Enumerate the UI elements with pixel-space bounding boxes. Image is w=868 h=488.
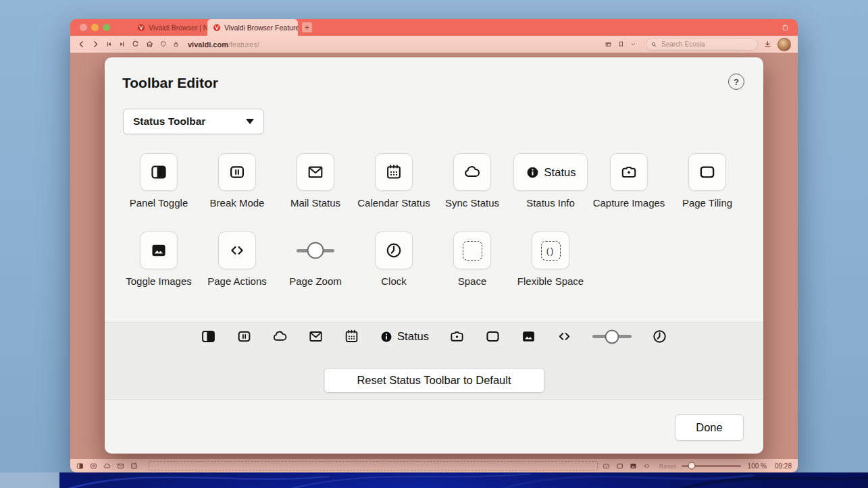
page-content-dimmed: Toolbar Editor ? Status Toolbar Panel To… [70, 53, 798, 459]
vivaldi-favicon-icon [213, 24, 221, 32]
camera-icon[interactable] [449, 329, 465, 344]
toolbar-preview-row: Status [105, 329, 763, 344]
forward-button[interactable] [91, 40, 100, 49]
status-label: Status [397, 330, 429, 343]
camera-icon[interactable] [603, 462, 610, 470]
panel-toggle-icon[interactable] [201, 329, 216, 344]
reset-toolbar-button[interactable]: Reset Status Toolbar to Default [324, 368, 544, 393]
item-panel-toggle[interactable]: Panel Toggle [120, 153, 198, 210]
item-label: Calendar Status [357, 197, 430, 210]
image-icon[interactable] [521, 329, 536, 344]
item-page-zoom[interactable]: Page Zoom [276, 232, 355, 288]
zoom-level-value[interactable]: 100 % [748, 462, 767, 470]
page-zoom-slider[interactable] [682, 461, 741, 470]
done-button[interactable]: Done [675, 414, 744, 441]
item-label: Mail Status [290, 197, 340, 210]
rewind-button[interactable] [105, 40, 113, 48]
reading-list-icon[interactable] [605, 40, 612, 48]
zoom-reset-label[interactable]: Reset [659, 462, 676, 470]
flexible-space-icon: () [541, 241, 561, 261]
item-label: Flexible Space [517, 275, 584, 288]
status-badge-text: Status [544, 166, 576, 179]
tab-title: Vivaldi Browser | Now wit [149, 24, 207, 32]
item-label: Page Tiling [682, 197, 732, 210]
item-label: Space [458, 275, 487, 288]
profile-avatar[interactable] [777, 38, 791, 51]
code-icon[interactable] [557, 329, 572, 344]
calendar-icon[interactable] [130, 462, 138, 470]
mail-icon [307, 163, 324, 181]
break-mode-icon[interactable] [90, 462, 97, 470]
break-mode-icon [228, 163, 246, 181]
item-clock[interactable]: Clock [355, 232, 433, 288]
lock-icon[interactable] [172, 40, 180, 48]
back-button[interactable] [77, 40, 86, 49]
item-capture-images[interactable]: Capture Images [590, 153, 668, 210]
maximize-window-button[interactable] [103, 24, 110, 31]
help-button[interactable]: ? [728, 74, 744, 90]
item-label: Toggle Images [126, 275, 192, 288]
minimize-window-button[interactable] [91, 24, 99, 31]
item-label: Clock [381, 275, 407, 288]
zoom-slider-icon[interactable] [592, 329, 632, 344]
panel-toggle-icon[interactable] [76, 462, 84, 470]
clock-time[interactable]: 09:28 [775, 462, 792, 470]
url-domain: vivaldi.com [188, 40, 228, 49]
item-toggle-images[interactable]: Toggle Images [120, 232, 198, 288]
status-bar: Reset 100 % 09:28 [70, 459, 798, 472]
item-break-mode[interactable]: Break Mode [198, 153, 276, 210]
item-page-tiling[interactable]: Page Tiling [668, 153, 746, 210]
clock-icon[interactable] [652, 329, 667, 344]
plus-icon [304, 24, 310, 30]
address-bar: vivaldi.com /features/ [70, 36, 798, 53]
mail-icon[interactable] [117, 462, 124, 470]
info-icon [380, 330, 393, 344]
page-tiling-icon[interactable] [485, 329, 501, 344]
item-label: Panel Toggle [130, 197, 188, 210]
cloud-sync-icon[interactable] [272, 329, 288, 344]
status-info-widget[interactable]: Status [380, 330, 429, 344]
calendar-icon[interactable] [344, 329, 359, 344]
bookmark-icon[interactable] [617, 40, 625, 48]
item-label: Page Zoom [289, 275, 342, 288]
item-label: Sync Status [445, 197, 499, 210]
desktop-wallpaper [0, 472, 868, 488]
search-field[interactable] [646, 38, 758, 51]
fast-forward-button[interactable] [118, 40, 126, 48]
toolbar-select-dropdown[interactable]: Status Toolbar [123, 109, 264, 134]
window-controls [80, 24, 110, 31]
item-label: Status Info [526, 197, 575, 210]
dropdown-caret-icon [246, 119, 254, 124]
item-mail-status[interactable]: Mail Status [276, 153, 355, 210]
break-mode-icon[interactable] [236, 329, 252, 344]
tab-vivaldi-browser[interactable]: Vivaldi Browser | Now wit [132, 19, 207, 36]
item-sync-status[interactable]: Sync Status [433, 153, 511, 210]
cloud-sync-icon[interactable] [103, 462, 111, 470]
chevron-down-icon[interactable] [630, 41, 636, 47]
item-calendar-status[interactable]: Calendar Status [355, 153, 433, 210]
search-input[interactable] [660, 40, 752, 49]
item-status-info[interactable]: Status Status Info [511, 153, 590, 210]
image-icon [150, 242, 168, 259]
close-window-button[interactable] [80, 24, 87, 31]
toolbar-editor-dialog: Toolbar Editor ? Status Toolbar Panel To… [105, 57, 763, 454]
url-field[interactable]: vivaldi.com /features/ [188, 40, 259, 49]
page-tiling-icon[interactable] [616, 462, 623, 470]
reload-button[interactable] [131, 40, 140, 49]
code-icon[interactable] [643, 462, 650, 470]
item-space[interactable]: Space [433, 232, 511, 288]
page-tiling-icon [698, 163, 716, 181]
new-tab-button[interactable] [302, 22, 312, 32]
mail-icon[interactable] [308, 329, 324, 344]
wallpaper-bloom [59, 472, 868, 488]
image-icon[interactable] [630, 462, 637, 470]
shield-icon[interactable] [159, 40, 167, 48]
tab-title: Vivaldi Browser Features | [224, 24, 298, 32]
item-flexible-space[interactable]: () Flexible Space [511, 232, 590, 288]
home-button[interactable] [145, 40, 154, 49]
closed-tabs-trash-icon[interactable] [781, 23, 790, 32]
toolbar-preview-band: Status Reset Status Toolbar to Default [105, 322, 763, 400]
tab-vivaldi-features[interactable]: Vivaldi Browser Features | [207, 19, 298, 36]
item-page-actions[interactable]: Page Actions [198, 232, 276, 288]
download-icon[interactable] [763, 40, 772, 49]
